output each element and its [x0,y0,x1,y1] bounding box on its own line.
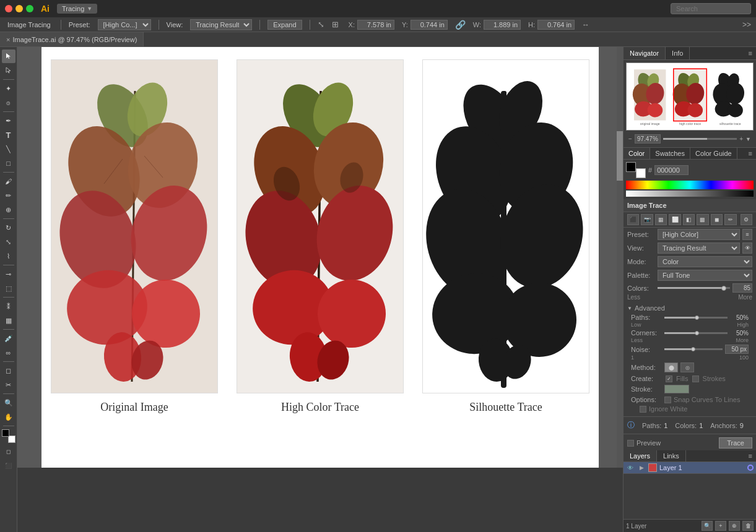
trace-palette-dropdown[interactable]: Full Tone [658,270,752,281]
tab-navigator[interactable]: Navigator [623,47,666,59]
color-panel-menu-btn[interactable]: ≡ [745,148,756,159]
layers-delete-btn[interactable]: 🗑 [742,521,754,531]
text-tool[interactable]: T [2,128,15,142]
trace-shades-btn[interactable]: ▩ [697,214,708,225]
method-btn-1[interactable]: ⬤ [664,363,678,372]
fill-stroke-indicator[interactable] [2,429,15,443]
direct-select-tool[interactable] [2,64,15,77]
paintbrush-tool[interactable]: 🖌 [2,174,15,188]
tab-layers[interactable]: Layers [623,450,657,461]
tab-links[interactable]: Links [657,450,686,461]
trace-line-btn[interactable]: ✏ [724,214,736,225]
layers-add-btn[interactable]: 🔍 [702,521,713,531]
h-input[interactable] [537,20,575,30]
trace-mode-dropdown[interactable]: Color [658,256,752,267]
v-scrollbar-thumb[interactable] [617,131,623,181]
magic-wand-tool[interactable]: ✦ [2,82,15,95]
scale-tool[interactable]: ⤡ [2,235,15,249]
width-tool[interactable]: ⊸ [2,267,15,281]
x-input[interactable] [357,20,394,30]
method-btn-2[interactable]: ◎ [680,363,694,372]
layer-lock-btn[interactable]: ▶ [637,463,646,472]
trace-view-dropdown[interactable]: Tracing Result [658,242,740,254]
trace-6color-btn[interactable]: ⬜ [669,214,680,225]
zoom-in-icon[interactable]: + [739,135,743,142]
trace-preset-menu-btn[interactable]: ≡ [742,229,752,240]
warp-tool[interactable]: ⌇ [2,249,15,263]
constrain-icon[interactable]: ↔ [582,20,589,29]
hand-tool[interactable]: ✋ [2,410,15,424]
select-tool[interactable] [2,49,15,63]
eyedropper-tool[interactable]: 💉 [2,332,15,345]
pencil-tool[interactable]: ✏ [2,189,15,202]
layers-page-btn[interactable]: + [715,521,726,531]
trace-photo-btn[interactable]: 📷 [641,214,653,225]
rotate-tool[interactable]: ↻ [2,221,15,234]
foreground-color-swatch[interactable] [626,162,636,172]
layers-panel-menu-btn[interactable]: ≡ [745,450,756,461]
workspace-chevron-icon[interactable]: ▼ [87,6,92,12]
layer-target-btn[interactable] [747,465,754,471]
hex-color-input[interactable] [654,165,689,175]
fg-bg-colors[interactable] [626,162,646,178]
tab-swatches[interactable]: Swatches [650,148,690,159]
trace-manage-btn[interactable]: ⚙ [741,214,752,225]
free-transform-tool[interactable]: ⬚ [2,281,15,295]
advanced-toggle[interactable]: ▼ Advanced [627,303,752,313]
trace-auto-btn[interactable]: ⬛ [627,214,639,225]
w-input[interactable] [484,20,521,30]
v-scrollbar[interactable] [617,47,623,468]
trace-view-eye-btn[interactable]: 👁 [742,242,752,254]
snap-curves-checkbox[interactable] [664,397,671,403]
zoom-out-icon[interactable]: − [628,135,632,142]
lasso-tool[interactable]: ⌾ [2,96,15,109]
scissors-tool[interactable]: ✂ [2,378,15,392]
tab-close-btn[interactable]: × [6,36,10,43]
tab-color-guide[interactable]: Color Guide [690,148,737,159]
fills-checkbox[interactable]: ✓ [666,375,672,382]
blend-tool[interactable]: ∞ [2,346,15,359]
noise-thumb[interactable] [691,347,695,351]
eraser-tool[interactable]: ◻ [2,364,15,377]
preview-checkbox[interactable] [627,440,634,447]
view-dropdown[interactable]: Tracing Result [190,19,252,30]
zoom-tool[interactable]: 🔍 [2,396,15,410]
maximize-btn[interactable] [26,5,33,12]
black-bar[interactable] [626,191,754,197]
search-input[interactable] [671,3,751,14]
paths-thumb[interactable] [695,315,699,320]
blob-brush-tool[interactable]: ⊕ [2,203,15,217]
ignore-white-checkbox[interactable] [640,406,646,413]
strokes-checkbox[interactable] [692,375,699,382]
zoom-slider[interactable] [663,138,737,140]
paths-slider[interactable] [664,317,728,319]
noise-slider[interactable] [664,348,723,350]
symbol-sprayer-tool[interactable]: ⁑ [2,299,15,313]
minimize-btn[interactable] [15,5,23,12]
colors-slider-thumb[interactable] [721,286,726,291]
drawing-mode-btn[interactable]: ◻ [2,445,15,458]
background-color-swatch[interactable] [636,168,646,178]
expand-button[interactable]: Expand [267,20,302,30]
tab-info[interactable]: Info [666,47,690,59]
panel-menu-btn[interactable]: ≡ [745,47,756,59]
column-graph-tool[interactable]: ▦ [2,314,15,327]
noise-value-input[interactable] [725,345,749,354]
corners-slider[interactable] [664,332,728,334]
screen-mode-btn[interactable]: ⬛ [2,459,15,473]
pen-tool[interactable]: ✒ [2,114,15,127]
close-btn[interactable] [5,5,12,12]
menu-image-tracing[interactable]: Image Tracing [5,20,53,30]
canvas-area[interactable]: Original Image [17,47,623,468]
tab-color[interactable]: Color [623,148,650,159]
trace-3color-btn[interactable]: ▦ [655,214,667,225]
layers-panel-btn[interactable]: ⊕ [729,521,740,531]
shape-tool[interactable]: □ [2,157,15,170]
y-input[interactable] [411,20,448,30]
trace-silhouette-btn[interactable]: ◼ [711,214,723,225]
stroke-color-swatch[interactable] [664,385,689,393]
trace-16color-btn[interactable]: ◧ [683,214,695,225]
layer-visibility-btn[interactable]: 👁 [626,463,635,472]
colors-slider[interactable] [658,287,730,289]
trace-button[interactable]: Trace [719,437,752,448]
